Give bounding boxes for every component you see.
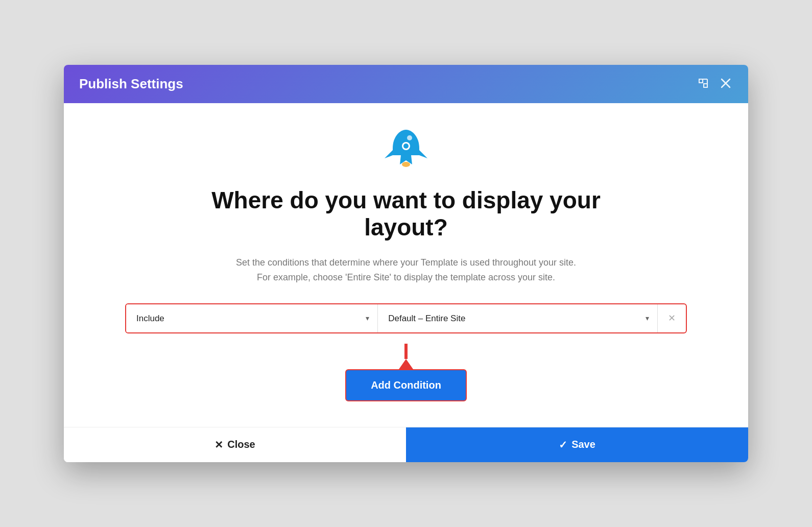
expand-button[interactable] bbox=[696, 76, 710, 92]
add-condition-button[interactable]: Add Condition bbox=[345, 369, 467, 401]
add-condition-area: Add Condition bbox=[345, 344, 467, 401]
save-check-icon: ✓ bbox=[559, 439, 567, 451]
site-select[interactable]: Default – Entire Site Front Page Blog Ar… bbox=[378, 304, 657, 332]
svg-point-7 bbox=[402, 162, 410, 167]
header-actions bbox=[696, 76, 733, 92]
modal-header: Publish Settings bbox=[64, 65, 748, 103]
include-select-wrapper: Include Exclude ▾ bbox=[126, 304, 378, 332]
condition-row-wrapper: Include Exclude ▾ Default – Entire Site … bbox=[125, 303, 687, 333]
modal-body: Where do you want to display your layout… bbox=[64, 103, 748, 426]
modal-footer: ✕ Close ✓ Save bbox=[64, 427, 748, 462]
remove-condition-button[interactable]: ✕ bbox=[658, 304, 686, 332]
svg-rect-0 bbox=[699, 79, 703, 83]
svg-point-6 bbox=[407, 135, 412, 140]
condition-row: Include Exclude ▾ Default – Entire Site … bbox=[125, 303, 687, 333]
modal-title: Publish Settings bbox=[79, 76, 183, 92]
close-header-button[interactable] bbox=[719, 76, 733, 92]
svg-rect-1 bbox=[704, 84, 707, 87]
close-x-icon: ✕ bbox=[214, 439, 223, 451]
include-select[interactable]: Include Exclude bbox=[126, 304, 377, 332]
rocket-icon bbox=[380, 124, 432, 177]
publish-settings-modal: Publish Settings bbox=[64, 65, 748, 462]
save-button[interactable]: ✓ Save bbox=[406, 427, 748, 462]
site-select-wrapper: Default – Entire Site Front Page Blog Ar… bbox=[378, 304, 658, 332]
save-label: Save bbox=[571, 439, 595, 450]
description: Set the conditions that determine where … bbox=[236, 255, 576, 285]
arrow-up-icon bbox=[399, 359, 413, 369]
arrow-shaft bbox=[404, 344, 408, 359]
close-footer-button[interactable]: ✕ Close bbox=[64, 427, 406, 462]
main-heading: Where do you want to display your layout… bbox=[176, 187, 636, 241]
svg-point-9 bbox=[403, 143, 409, 149]
close-footer-label: Close bbox=[227, 439, 255, 450]
